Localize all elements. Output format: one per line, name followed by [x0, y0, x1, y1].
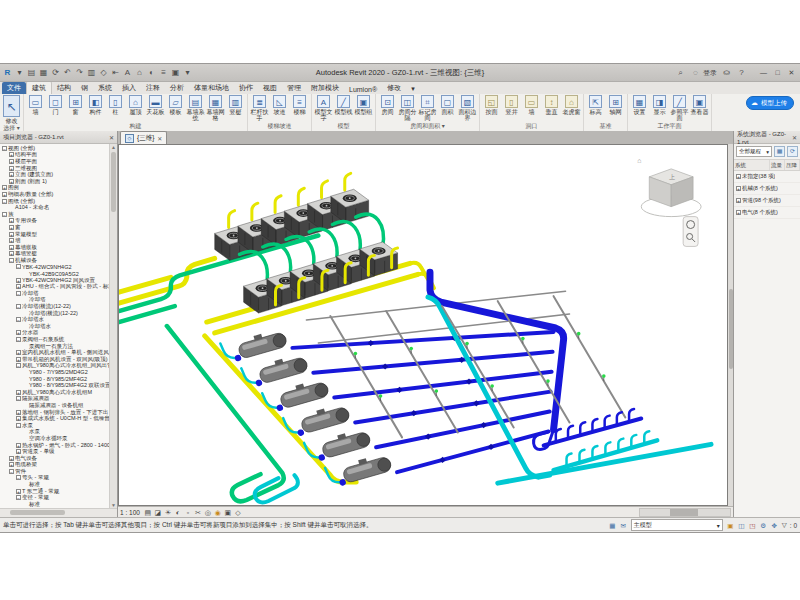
chiller-unit[interactable] — [220, 326, 288, 365]
tree-item[interactable]: −冷却塔(横流)(12-22) — [0, 303, 117, 310]
undo-icon[interactable]: ↶ — [62, 67, 73, 78]
tree-item[interactable]: −变径 - 常规 — [0, 494, 117, 501]
tree-expander-icon[interactable]: − — [2, 199, 7, 204]
help-icon[interactable]: ? — [736, 67, 747, 78]
revit-menu-icon[interactable]: R — [2, 67, 13, 78]
ribbon-button-构件[interactable]: ◧构件 — [86, 95, 105, 115]
ribbon-button-楼板[interactable]: ▱楼板 — [166, 95, 185, 115]
tree-item[interactable]: 标准 — [0, 501, 117, 508]
ribbon-button-设置[interactable]: ▦设置 — [630, 95, 649, 115]
ribbon-tab-管理[interactable]: 管理 — [282, 82, 306, 94]
row-expander-icon[interactable]: + — [736, 186, 741, 191]
app-store-icon[interactable]: ⛀ — [721, 67, 732, 78]
tree-item[interactable]: 冷却塔(横流)(12-22) — [0, 310, 117, 317]
canvas-vertical-scrollbar[interactable] — [728, 144, 733, 506]
tree-item[interactable]: +带吊机箱的风机设置 - 双回风(吸顶) - 底部回风 — [0, 356, 117, 363]
tree-expander-icon[interactable]: − — [16, 291, 21, 296]
tree-expander-icon[interactable]: + — [9, 462, 14, 467]
ribbon-button-幕墙网格[interactable]: ▦幕墙网格 — [206, 95, 225, 121]
project-browser-horizontal-scrollbar[interactable] — [0, 508, 117, 517]
tree-item[interactable]: −冷却塔 — [0, 290, 117, 297]
tree-item[interactable]: +窗 — [0, 224, 117, 231]
minimize-button[interactable]: — — [757, 67, 770, 79]
tree-item[interactable]: +幕墙嵌板 — [0, 244, 117, 251]
tree-expander-icon[interactable]: + — [16, 416, 21, 421]
exclude-options-icon[interactable]: ◳ — [748, 521, 757, 530]
ribbon-tab-Lumion®[interactable]: Lumion® — [344, 85, 382, 94]
tree-expander-icon[interactable]: + — [9, 218, 14, 223]
sun-path-icon[interactable]: ☀ — [163, 508, 173, 517]
ribbon-button-楼梯[interactable]: ≡楼梯 — [290, 95, 309, 115]
tree-expander-icon[interactable]: − — [16, 495, 21, 500]
reveal-hidden-elements-icon[interactable]: ◉ — [213, 508, 223, 517]
drawing-canvas[interactable]: 上 ⌂ — [118, 144, 728, 506]
temporary-hide-isolate-icon[interactable]: ◎ — [203, 508, 213, 517]
chiller-units[interactable] — [220, 326, 393, 489]
ribbon-button-垂直[interactable]: ↕垂直 — [542, 95, 561, 115]
row-expander-icon[interactable]: + — [736, 174, 741, 179]
tree-expander-icon[interactable]: + — [16, 390, 21, 395]
menu-arrow-icon[interactable]: ▾ — [14, 67, 25, 78]
ribbon-button-墙[interactable]: ▭墙 — [26, 95, 45, 115]
ribbon-button-按面[interactable]: ◱按面 — [482, 95, 501, 115]
tree-item[interactable]: 隔振减震器 - 设备机组 — [0, 402, 117, 409]
ribbon-button-面积[interactable]: ▢面积 — [438, 95, 457, 115]
tree-item[interactable]: −水泵 — [0, 422, 117, 429]
tree-expander-icon[interactable]: + — [16, 357, 21, 362]
system-browser-close-icon[interactable]: ✕ — [792, 134, 797, 141]
tree-expander-icon[interactable]: + — [16, 330, 21, 335]
ribbon-tab-▾[interactable]: ▾ — [406, 84, 420, 94]
ribbon-button-竖井[interactable]: ▯竖井 — [502, 95, 521, 115]
tree-item[interactable]: 冷却塔 — [0, 297, 117, 304]
ribbon-button-窗[interactable]: ⊞窗 — [66, 95, 85, 115]
switch-windows-icon[interactable]: ▣ — [170, 67, 181, 78]
tree-item[interactable]: −机械设备 — [0, 257, 117, 264]
maximize-button[interactable]: □ — [771, 67, 784, 79]
cooling-tower-row-back[interactable] — [215, 189, 369, 260]
tree-expander-icon[interactable]: + — [16, 284, 21, 289]
view-tab-close-icon[interactable]: ✕ — [157, 135, 162, 142]
tree-item[interactable]: +电缆桥架 — [0, 462, 117, 469]
ribbon-button-柱[interactable]: ▯柱 — [106, 95, 125, 115]
tree-item[interactable]: −YBK-42WC9NH4G2 — [0, 264, 117, 271]
ribbon-tab-钢[interactable]: 钢 — [76, 82, 93, 94]
project-browser-close-icon[interactable]: ✕ — [109, 134, 114, 141]
tree-item[interactable]: −族 — [0, 211, 117, 218]
ribbon-tab-协作[interactable]: 协作 — [234, 82, 258, 94]
ribbon-tab-分析[interactable]: 分析 — [165, 82, 189, 94]
tree-expander-icon[interactable]: + — [9, 232, 14, 237]
tree-expander-icon[interactable]: + — [16, 278, 21, 283]
system-browser-column-系统[interactable]: 系统 — [734, 160, 770, 170]
tree-expander-icon[interactable]: + — [9, 225, 14, 230]
ribbon-button-栏杆扶手[interactable]: ≣栏杆扶手 — [250, 95, 269, 121]
tree-item[interactable]: Y980 - 7/Y985/2MD4G2 — [0, 369, 117, 376]
open-icon[interactable]: ▤ — [26, 67, 37, 78]
temporary-view-properties-icon[interactable]: ▣ — [223, 508, 233, 517]
ribbon-button-面积边界[interactable]: ▧面积边界 — [458, 95, 477, 121]
ribbon-button-模型线[interactable]: ╱模型线 — [334, 95, 353, 115]
tree-expander-icon[interactable]: − — [16, 396, 21, 401]
tree-expander-icon[interactable]: − — [16, 264, 21, 269]
system-browser-column-压降[interactable]: 压降 — [785, 160, 800, 170]
ribbon-button-幕墙系统[interactable]: ▤幕墙系统 — [186, 95, 205, 121]
show-crop-region-icon[interactable]: ✂ — [193, 508, 203, 517]
tree-item[interactable]: +剖面 (剖面 1) — [0, 178, 117, 185]
ribbon-button-墙[interactable]: ▭墙 — [522, 95, 541, 115]
system-browser-row[interactable]: + 未指定(38 项) — [734, 171, 800, 183]
tree-item[interactable]: +集成式水系统 - U0CM-H 型 - 低噪音 - 108-175-CN — [0, 415, 117, 422]
tree-item[interactable]: +分水器 — [0, 330, 117, 337]
ribbon-button-房间分隔[interactable]: ◫房间分隔 — [398, 95, 417, 121]
tree-item[interactable]: 水泵 — [0, 429, 117, 436]
ribbon-tab-视图[interactable]: 视图 — [258, 82, 282, 94]
ribbon-button-天花板[interactable]: ▬天花板 — [146, 95, 165, 115]
tree-item[interactable]: +落地组 - 钢制弹头 - 放置 - 下进下出 — [0, 409, 117, 416]
tree-expander-icon[interactable]: − — [16, 304, 21, 309]
tree-expander-icon[interactable]: + — [16, 449, 21, 454]
ribbon-tab-结构[interactable]: 结构 — [52, 82, 76, 94]
tree-item[interactable]: +风机_Y980离心式冷水机组M — [0, 389, 117, 396]
tree-expander-icon[interactable]: + — [9, 245, 14, 250]
tree-item[interactable]: +楼层平面 — [0, 158, 117, 165]
tree-item[interactable]: +专用设备 — [0, 218, 117, 225]
project-browser-vertical-scrollbar[interactable]: ▲ ▼ — [109, 144, 117, 509]
tree-item[interactable]: 泵阀组一石泉方法 — [0, 343, 117, 350]
